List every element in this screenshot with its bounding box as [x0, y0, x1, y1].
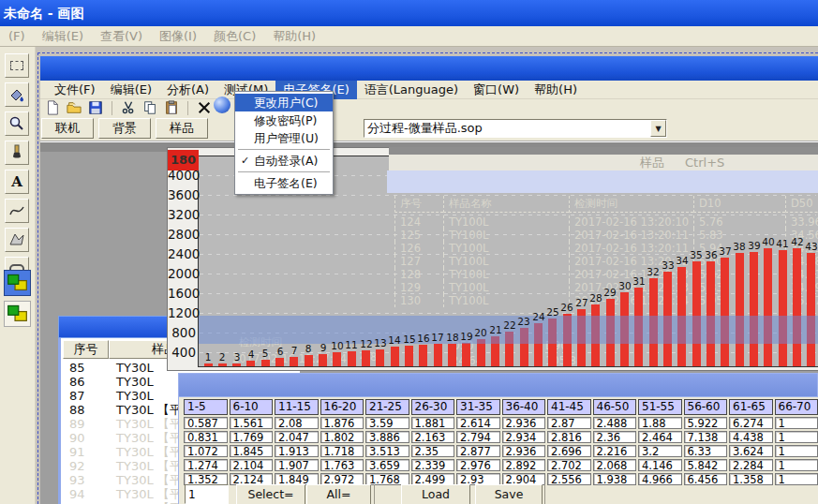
dist-cell[interactable]: 2.614 [456, 417, 500, 429]
app-menu-item[interactable]: 分析(A) [159, 81, 216, 99]
dist-cell[interactable]: 5.922 [684, 417, 728, 429]
dist-cell[interactable]: 2.216 [593, 445, 637, 457]
dist-cell[interactable]: 2.047 [275, 431, 319, 443]
dist-cell[interactable]: 1.763 [320, 459, 364, 471]
dist-cell[interactable]: 7.138 [684, 431, 728, 443]
popup-menu-item[interactable]: 用户管理(U) [235, 129, 333, 147]
chevron-down-icon[interactable]: ▼ [650, 120, 666, 137]
dist-cell[interactable]: 1.358 [729, 473, 773, 485]
sop-combobox[interactable]: 分过程-微量样品.sop ▼ [364, 119, 667, 138]
dist-cell[interactable]: 1.845 [230, 445, 274, 457]
dist-cell[interactable]: 2.339 [411, 459, 455, 471]
dist-cell[interactable]: 2.488 [593, 417, 637, 429]
dist-cell[interactable]: 3.59 [365, 417, 409, 429]
app-menu-item[interactable]: 编辑(E) [103, 81, 159, 99]
button-background[interactable]: 背景 [98, 118, 151, 139]
zoom-tool-icon[interactable] [5, 111, 29, 136]
app-menu-item[interactable]: 语言(Language) [357, 81, 466, 99]
curve-tool-icon[interactable] [5, 199, 29, 223]
dist-cell[interactable]: 2.36 [593, 431, 637, 443]
dist-cell[interactable]: 2.284 [729, 459, 773, 471]
dist-cell[interactable]: 3.2 [638, 445, 682, 457]
dist-cell[interactable]: 2.976 [456, 459, 500, 471]
dist-cell[interactable]: 1.913 [275, 445, 319, 457]
dist-cell[interactable]: 1.907 [275, 459, 319, 471]
popup-menu-item[interactable]: 电子签名(E) [235, 174, 333, 192]
dist-cell[interactable]: 4.966 [638, 473, 682, 485]
dist-cell[interactable]: 3.624 [729, 445, 773, 457]
dist-cell[interactable]: 2.35 [411, 445, 455, 457]
copy-icon[interactable] [141, 100, 158, 116]
app-menu-item[interactable]: 文件(F) [47, 81, 103, 99]
load-button[interactable]: Load [401, 484, 470, 504]
dist-cell[interactable]: 4.146 [638, 459, 682, 471]
save-button[interactable]: Save [475, 484, 543, 504]
app-menu-item[interactable]: 帮助(H) [527, 81, 585, 99]
dist-cell[interactable]: 2.08 [275, 417, 319, 429]
brush-tool-icon[interactable] [5, 141, 29, 165]
button-online[interactable]: 联机 [41, 118, 94, 139]
paste-icon[interactable] [163, 100, 180, 116]
dist-cell[interactable]: 2.163 [411, 431, 455, 443]
save-icon[interactable] [87, 100, 104, 116]
dist-cell[interactable]: 2.696 [547, 445, 591, 457]
dist-cell[interactable]: 4.438 [729, 431, 773, 443]
dist-cell[interactable]: 1.88 [638, 417, 682, 429]
popup-menu-item[interactable]: ✓自动登录(A) [235, 152, 333, 170]
dist-cell[interactable]: 1.876 [320, 417, 364, 429]
count-input[interactable] [185, 484, 229, 504]
dist-cell[interactable]: 2.87 [547, 417, 591, 429]
dist-cell[interactable]: 6.456 [684, 473, 728, 485]
dist-cell[interactable]: 1.938 [593, 473, 637, 485]
all-button[interactable]: All= [306, 484, 371, 504]
dist-cell[interactable]: 1 [775, 459, 818, 471]
select-tool-icon[interactable] [5, 53, 29, 78]
fill-tool-icon[interactable] [5, 82, 29, 107]
dist-cell[interactable]: 1 [775, 417, 818, 429]
dist-cell[interactable]: 2.892 [502, 459, 546, 471]
paste-opaque-option-icon[interactable] [4, 270, 31, 296]
app-title-bar[interactable] [40, 56, 818, 81]
dist-window-caption-band[interactable] [178, 373, 818, 397]
dist-cell[interactable]: 1 [775, 473, 818, 485]
select-button[interactable]: Select= [236, 484, 305, 504]
cut-icon[interactable] [120, 100, 137, 116]
popup-menu-item[interactable]: 修改密码(P) [235, 111, 333, 129]
dist-cell[interactable]: 3.659 [365, 459, 409, 471]
popup-menu-item[interactable]: 更改用户(C) [235, 94, 333, 111]
dist-cell[interactable]: 2.464 [638, 431, 682, 443]
dist-cell[interactable]: 1 [775, 445, 818, 457]
dist-cell[interactable]: 2.934 [502, 431, 546, 443]
dist-cell[interactable]: 1 [775, 431, 818, 443]
new-icon[interactable] [44, 100, 61, 116]
dist-cell[interactable]: 2.936 [502, 417, 546, 429]
dist-cell[interactable]: 5.842 [684, 459, 728, 471]
dist-cell[interactable]: 1.274 [184, 459, 228, 471]
paste-transparent-option-icon[interactable] [4, 301, 31, 327]
dist-cell[interactable]: 0.587 [184, 417, 228, 429]
dist-cell[interactable]: 1.718 [320, 445, 364, 457]
delete-icon[interactable] [196, 100, 213, 116]
dist-cell[interactable]: 1.769 [230, 431, 274, 443]
dist-cell[interactable]: 2.816 [547, 431, 591, 443]
dist-cell[interactable]: 2.936 [502, 445, 546, 457]
dist-cell[interactable]: 2.068 [593, 459, 637, 471]
dist-cell[interactable]: 1.561 [230, 417, 274, 429]
dist-cell[interactable]: 0.831 [184, 431, 228, 443]
paint-title-bar[interactable]: 未命名 - 画图 [0, 0, 818, 26]
app-menu-item[interactable]: 窗口(W) [466, 81, 527, 99]
user-icon[interactable] [214, 96, 231, 113]
polygon-tool-icon[interactable] [5, 228, 29, 252]
open-icon[interactable] [66, 100, 82, 116]
dist-cell[interactable]: 3.886 [365, 431, 409, 443]
dist-cell[interactable]: 6.33 [684, 445, 728, 457]
dist-cell[interactable]: 2.877 [456, 445, 500, 457]
text-tool-icon[interactable]: A [5, 170, 29, 194]
dist-cell[interactable]: 2.556 [547, 473, 591, 485]
dist-cell[interactable]: 3.513 [365, 445, 409, 457]
dist-cell[interactable]: 1.802 [320, 431, 364, 443]
dist-cell[interactable]: 1.072 [184, 445, 228, 457]
button-sample[interactable]: 样品 [156, 118, 208, 139]
dist-cell[interactable]: 6.274 [729, 417, 773, 429]
dist-cell[interactable]: 2.794 [456, 431, 500, 443]
